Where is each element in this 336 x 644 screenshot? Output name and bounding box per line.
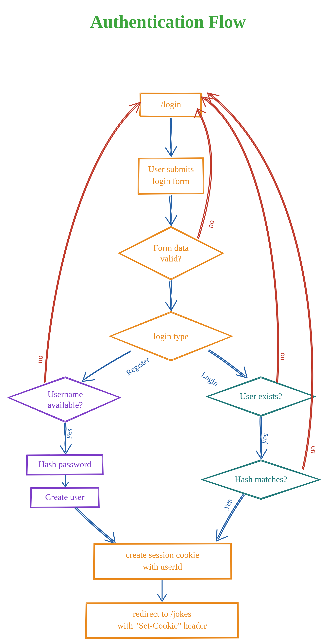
node-hash-matches: Hash matches? xyxy=(202,460,320,500)
edge-label-register: Register xyxy=(124,355,151,377)
arrow-hashpassword-to-createuser xyxy=(62,476,68,486)
node-login-type: login type xyxy=(110,312,232,361)
node-submit-line1: User submits xyxy=(148,164,194,174)
node-hash-password: Hash password xyxy=(26,454,103,475)
arrow-submit-to-formvalid xyxy=(166,196,177,226)
node-submit-line2: login form xyxy=(153,176,190,186)
node-formvalid-line2: valid? xyxy=(160,254,182,264)
node-createuser-label: Create user xyxy=(45,492,84,502)
arrow-createuser-to-session xyxy=(75,507,115,544)
node-hashpassword-label: Hash password xyxy=(38,460,91,469)
arrow-userexists-no: no xyxy=(202,97,286,383)
arrow-formvalid-to-logintype xyxy=(166,281,177,310)
node-username-line2: available? xyxy=(48,400,83,410)
node-form-valid: Form data valid? xyxy=(119,226,223,280)
arrow-logintype-login: Login xyxy=(200,350,247,388)
node-redirect: redirect to /jokes with "Set-Cookie" hea… xyxy=(86,602,239,638)
node-logintype-label: login type xyxy=(153,332,188,341)
edge-label-login: Login xyxy=(200,370,220,388)
arrow-username-yes: yes xyxy=(60,423,74,454)
node-redirect-line1: redirect to /jokes xyxy=(133,609,191,619)
edge-label-userexists-no: no xyxy=(277,352,286,361)
arrow-hashmatches-no: no xyxy=(208,93,317,470)
arrow-hashmatches-yes: yes xyxy=(216,494,244,541)
node-submit: User submits login form xyxy=(138,158,204,194)
arrow-username-no: no xyxy=(35,102,140,383)
node-login: /login xyxy=(140,93,202,117)
node-hashmatches-label: Hash matches? xyxy=(235,474,287,484)
arrow-logintype-register: Register xyxy=(83,351,151,381)
edge-label-userexists-yes: yes xyxy=(259,432,270,444)
node-user-exists: User exists? xyxy=(207,377,315,416)
arrow-formvalid-no: no xyxy=(195,109,216,238)
node-redirect-line2: with "Set-Cookie" header xyxy=(117,621,207,630)
edge-label-username-yes: yes xyxy=(63,427,74,440)
arrow-session-to-redirect xyxy=(158,580,166,601)
edge-label-username-no: no xyxy=(35,355,44,364)
node-create-user: Create user xyxy=(30,487,99,508)
edge-label-hashmatches-no: no xyxy=(307,445,317,454)
edge-label-hashmatches-yes: yes xyxy=(221,497,234,511)
node-username-available: Username available? xyxy=(8,377,121,422)
arrow-login-to-submit xyxy=(166,119,177,156)
diagram-title: Authentication Flow xyxy=(90,12,246,32)
arrow-userexists-yes: yes xyxy=(256,417,270,459)
node-create-session: create session cookie with userId xyxy=(93,543,232,580)
node-login-label: /login xyxy=(161,100,181,109)
node-userexists-label: User exists? xyxy=(240,392,282,401)
node-session-line1: create session cookie xyxy=(126,550,199,560)
node-formvalid-line1: Form data xyxy=(153,243,189,253)
diagram-canvas: Authentication Flow /login User submits … xyxy=(0,0,336,644)
edge-label-formvalid-no: no xyxy=(206,219,216,229)
node-session-line2: with userId xyxy=(143,562,182,572)
node-username-line1: Username xyxy=(48,390,83,399)
